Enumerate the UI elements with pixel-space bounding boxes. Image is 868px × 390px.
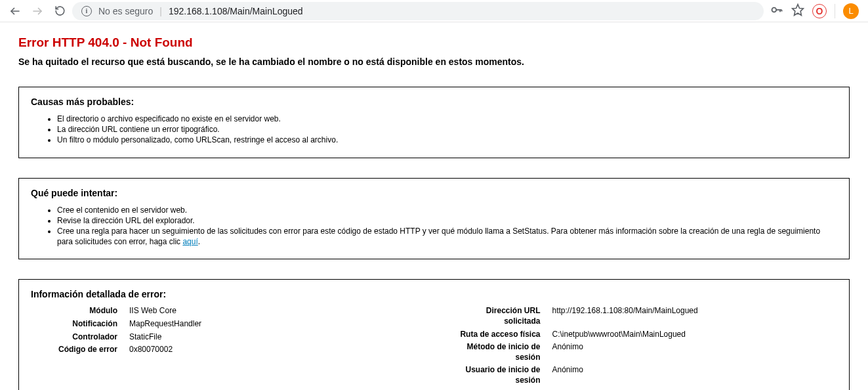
forward-button[interactable] — [31, 5, 43, 17]
extension-icon[interactable]: O — [812, 4, 827, 18]
causes-list: El directorio o archivo especificado no … — [57, 114, 837, 146]
detail-row-controlador: Controlador StaticFile — [31, 332, 415, 343]
svg-point-2 — [772, 8, 777, 12]
detail-label: Código de error — [31, 345, 129, 355]
reload-button[interactable] — [54, 5, 66, 17]
nav-buttons — [9, 5, 66, 17]
detail-value: Anónimo — [552, 342, 838, 353]
list-item: Revise la dirección URL del explorador. — [57, 215, 837, 226]
detail-row-usuario: Usuario de inicio de sesión Anónimo — [454, 365, 838, 385]
address-bar[interactable]: i No es seguro | 192.168.1.108/Main/Main… — [72, 2, 764, 20]
detail-label: Ruta de acceso física — [454, 330, 552, 340]
details-left-column: Módulo IIS Web Core Notificación MapRequ… — [31, 306, 415, 388]
list-item: El directorio o archivo especificado no … — [57, 114, 837, 124]
list-item: Cree el contenido en el servidor web. — [57, 205, 837, 215]
page-content: Error HTTP 404.0 - Not Found Se ha quita… — [0, 22, 868, 390]
bookmark-star-icon[interactable] — [791, 3, 804, 18]
try-list: Cree el contenido en el servidor web. Re… — [57, 205, 837, 248]
svg-marker-6 — [793, 5, 804, 16]
error-title: Error HTTP 404.0 - Not Found — [18, 35, 850, 50]
list-item: La dirección URL contiene un error tipog… — [57, 124, 837, 135]
detail-row-url: Dirección URL solicitada http://192.168.… — [454, 306, 838, 326]
detail-row-codigo: Código de error 0x80070002 — [31, 345, 415, 355]
password-key-icon[interactable] — [770, 3, 783, 18]
site-info-icon[interactable]: i — [81, 6, 92, 16]
detail-label: Módulo — [31, 306, 129, 316]
detail-label: Controlador — [31, 332, 129, 343]
toolbar-divider — [835, 4, 835, 18]
toolbar-right: O L — [770, 3, 859, 19]
details-title: Información detallada de error: — [31, 289, 837, 299]
detail-value: StaticFile — [129, 332, 415, 343]
detail-label: Notificación — [31, 319, 129, 330]
profile-avatar[interactable]: L — [843, 3, 859, 19]
try-title: Qué puede intentar: — [31, 188, 837, 198]
try-section: Qué puede intentar: Cree el contenido en… — [18, 178, 850, 260]
try-rule-text: Cree una regla para hacer un seguimiento… — [57, 227, 820, 246]
causes-title: Causas más probables: — [31, 97, 837, 107]
security-status: No es seguro — [98, 6, 153, 16]
address-separator: | — [159, 6, 162, 16]
detail-row-ruta: Ruta de acceso física C:\inetpub\wwwroot… — [454, 330, 838, 340]
detail-row-modulo: Módulo IIS Web Core — [31, 306, 415, 316]
list-item: Cree una regla para hacer un seguimiento… — [57, 226, 837, 247]
detail-value: http://192.168.1.108:80/Main/MainLogued — [552, 306, 838, 316]
causes-section: Causas más probables: El directorio o ar… — [18, 87, 850, 158]
back-button[interactable] — [9, 5, 21, 17]
detail-value: C:\inetpub\wwwroot\Main\MainLogued — [552, 330, 838, 340]
url-text: 192.168.1.108/Main/MainLogued — [169, 6, 303, 16]
details-columns: Módulo IIS Web Core Notificación MapRequ… — [31, 306, 837, 388]
detail-value: 0x80070002 — [129, 345, 415, 355]
detail-row-notificacion: Notificación MapRequestHandler — [31, 319, 415, 330]
detail-value: Anónimo — [552, 365, 838, 376]
detail-label: Dirección URL solicitada — [454, 306, 552, 326]
detail-value: IIS Web Core — [129, 306, 415, 316]
try-rule-link[interactable]: aquí — [182, 237, 197, 246]
browser-toolbar: i No es seguro | 192.168.1.108/Main/Main… — [0, 0, 868, 22]
detail-row-metodo: Método de inicio de sesión Anónimo — [454, 342, 838, 362]
detail-label: Método de inicio de sesión — [454, 342, 552, 362]
list-item: Un filtro o módulo personalizado, como U… — [57, 135, 837, 145]
error-subtitle: Se ha quitado el recurso que está buscan… — [18, 56, 850, 67]
try-rule-after: . — [198, 237, 200, 246]
details-right-column: Dirección URL solicitada http://192.168.… — [454, 306, 838, 388]
detail-value: MapRequestHandler — [129, 319, 415, 330]
detail-label: Usuario de inicio de sesión — [454, 365, 552, 385]
details-section: Información detallada de error: Módulo I… — [18, 279, 850, 390]
